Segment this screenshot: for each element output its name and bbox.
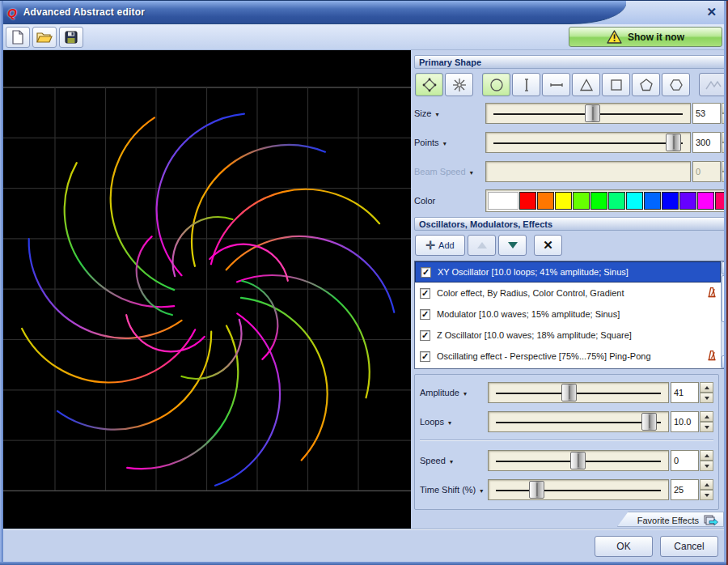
amplitude-spin-up[interactable] [700,382,713,393]
color-swatch[interactable] [590,192,607,210]
loops-spin-down[interactable] [700,422,713,432]
color-swatch[interactable] [608,192,625,210]
points-dropdown-icon: ▾ [443,140,447,147]
window-border-bottom [0,562,728,565]
speed-label[interactable]: Speed ▾ [420,456,488,465]
shape-triangle-button[interactable] [572,73,600,96]
color-swatch[interactable] [662,192,679,210]
points-slider[interactable] [485,132,691,153]
size-slider[interactable] [485,103,691,124]
color-palette [485,189,728,212]
speed-spin-down[interactable] [700,461,713,471]
ok-button[interactable]: OK [595,536,653,557]
color-swatch[interactable] [697,192,714,210]
delete-effect-button[interactable]: ✕ [534,235,562,256]
add-effect-button[interactable]: ✛ Add [415,235,465,256]
new-file-button[interactable] [6,27,30,48]
title-bar[interactable]: Q Advanced Abstract editor ✕ [0,1,728,24]
loops-slider-thumb[interactable] [641,413,657,431]
diamond-icon [421,77,438,93]
mode-abstract-button[interactable] [415,73,443,96]
app-logo-icon: Q [7,6,17,19]
loops-value[interactable]: 10.0 [671,411,699,432]
effect-item-label: Modulator [10.0 waves; 15% amplitude; Si… [437,309,717,319]
oscillators-toolbar: ✛ Add ✕ [415,235,728,256]
move-up-button[interactable] [468,235,496,256]
effect-list-item[interactable]: ✓XY Oscillator [10.0 loops; 41% amplitud… [415,261,721,282]
amplitude-value[interactable]: 41 [671,382,699,403]
triangle-icon [578,77,595,93]
speed-spin-up[interactable] [700,450,713,461]
shape-pentagon-button[interactable] [632,73,660,96]
show-it-now-button[interactable]: Show it now [569,27,722,47]
time-shift-spin-up[interactable] [700,479,713,490]
shape-zigzag-button[interactable] [699,73,727,96]
points-slider-thumb[interactable] [666,134,681,151]
shape-hline-button[interactable] [542,73,570,96]
close-icon[interactable]: ✕ [706,5,717,19]
loops-spin-up[interactable] [700,411,713,422]
cancel-button[interactable]: Cancel [660,536,718,557]
effect-enabled-checkbox[interactable]: ✓ [420,309,430,320]
color-swatch[interactable] [626,192,643,210]
effect-item-label: Z Oscillator [10.0 waves; 18% amplitude;… [437,330,717,340]
size-value[interactable]: 53 [692,103,721,124]
loops-label[interactable]: Loops ▾ [420,417,488,427]
primary-shape-header: Primary Shape [414,55,728,69]
effect-list-item[interactable]: ✓Oscillating effect - Perspective [75%..… [415,346,721,367]
abstract-preview-canvas[interactable] [3,50,411,529]
speed-value[interactable]: 0 [671,450,699,471]
beam-speed-label[interactable]: Beam Speed ▾ [414,167,485,176]
amplitude-label[interactable]: Amplitude ▾ [420,388,488,397]
save-floppy-icon [65,31,78,44]
time-shift-label[interactable]: Time Shift (%) ▾ [420,485,488,495]
speed-slider-thumb[interactable] [570,452,586,469]
time-shift-spin-down[interactable] [700,490,713,500]
amplitude-slider[interactable] [488,382,669,403]
loops-slider[interactable] [488,411,669,432]
speed-slider[interactable] [488,450,669,471]
effect-list-item[interactable]: ✓Color effect, By Radius, Color Control,… [415,282,721,304]
loops-dropdown-icon: ▾ [448,419,451,427]
effect-enabled-checkbox[interactable]: ✓ [420,330,430,341]
save-button[interactable] [59,27,83,48]
color-swatch[interactable] [573,192,590,210]
size-slider-thumb[interactable] [585,104,600,122]
effect-enabled-checkbox[interactable]: ✓ [421,267,431,278]
circle-icon [489,77,505,93]
color-swatch[interactable] [519,192,536,210]
metronome-icon [706,350,717,361]
shape-circle-button[interactable] [482,73,510,96]
amplitude-slider-thumb[interactable] [561,384,577,401]
points-value[interactable]: 300 [692,132,721,153]
color-swatch[interactable] [488,192,518,210]
time-shift-value[interactable]: 25 [671,479,699,500]
points-label[interactable]: Points ▾ [414,138,485,147]
effect-enabled-checkbox[interactable]: ✓ [420,351,430,362]
mode-star-button[interactable] [445,73,473,96]
effect-parameters-panel: Amplitude ▾41Loops ▾10.0Speed ▾0Time Shi… [414,374,719,510]
favorite-effects-label: Favorite Effects [637,516,699,525]
size-label[interactable]: Size ▾ [414,108,485,118]
color-swatch[interactable] [537,192,554,210]
time-shift-slider[interactable] [488,479,669,500]
shape-vline-button[interactable] [512,73,540,96]
effect-enabled-checkbox[interactable]: ✓ [420,288,430,299]
window-title: Advanced Abstract editor [23,6,145,18]
shape-hexagon-button[interactable] [662,73,690,96]
color-swatch[interactable] [679,192,696,210]
favorite-effects-tab[interactable]: Favorite Effects [617,512,724,527]
time-shift-slider-thumb[interactable] [529,481,544,499]
amplitude-spin-down[interactable] [700,393,713,403]
effect-list-item[interactable]: ✓Modulator [10.0 waves; 15% amplitude; S… [415,304,721,325]
beam-speed-value[interactable]: 0 [692,161,721,182]
color-swatch[interactable] [555,192,572,210]
effect-list-item[interactable]: ✓Z Oscillator [10.0 waves; 18% amplitude… [415,325,721,346]
move-down-button[interactable] [498,235,527,256]
show-it-now-label: Show it now [628,32,684,43]
beam-speed-slider[interactable] [485,161,691,182]
shape-square-button[interactable] [602,73,630,96]
open-file-button[interactable] [32,27,57,48]
color-swatch[interactable] [644,192,661,210]
effect-list-item[interactable]: ✓Brightness effect, By Radius, Brightnes… [415,367,721,369]
